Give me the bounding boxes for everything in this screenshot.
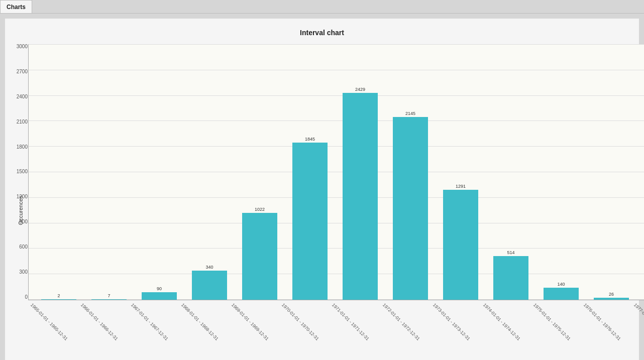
x-label-group: 1970-01-01 - 1970-12-31 xyxy=(284,300,335,340)
x-axis-label-text: 1968-01-01 - 1968-12-31 xyxy=(180,302,220,340)
bar-group: 1845 xyxy=(285,44,335,300)
y-tick: 300 xyxy=(19,270,28,275)
x-label-group: 1975-01-01 - 1975-12-31 xyxy=(536,300,586,340)
y-tick: 0 xyxy=(25,295,28,300)
x-label-group: 1972-01-01 - 1972-12-31 xyxy=(385,300,436,340)
bar-value-label: 140 xyxy=(557,282,565,287)
bar-value-label: 2145 xyxy=(405,111,415,116)
bar-group: 1022 xyxy=(235,44,285,300)
bar xyxy=(142,292,177,300)
x-label-group: 1977-01-01 - 1977-12-31 xyxy=(636,300,644,340)
x-axis-label-text: 1973-01-01 - 1973-12-31 xyxy=(432,302,471,340)
x-label-group: 1965-01-01 - 1965-12-31 xyxy=(33,300,83,340)
y-axis-ticks: 30002700240021001800150012009006003000 xyxy=(9,44,28,300)
x-axis-label-text: 1976-01-01 - 1976-12-31 xyxy=(583,302,622,340)
chart-plot: 30002700240021001800150012009006003000 2… xyxy=(28,44,644,300)
bar-group: 26 xyxy=(586,44,636,300)
x-label-group: 1969-01-01 - 1969-12-31 xyxy=(234,300,284,340)
bar xyxy=(594,298,629,300)
bar xyxy=(544,288,579,300)
bar-group: 1291 xyxy=(436,44,486,300)
bar-group: 340 xyxy=(184,44,235,300)
bar xyxy=(292,143,328,300)
bar-value-label: 340 xyxy=(205,265,213,270)
bar-group: 7 xyxy=(84,44,134,300)
y-tick: 2700 xyxy=(17,69,28,74)
x-axis-label-text: 1970-01-01 - 1970-12-31 xyxy=(281,302,320,340)
bar xyxy=(41,299,76,300)
y-tick: 2100 xyxy=(17,119,28,125)
bar xyxy=(393,117,428,300)
x-axis-label-text: 1969-01-01 - 1969-12-31 xyxy=(231,302,270,340)
bar-group: 5 xyxy=(636,44,644,300)
x-label-group: 1967-01-01 - 1967-12-31 xyxy=(134,300,184,340)
bar-value-label: 26 xyxy=(609,292,614,297)
chart-container: Interval chart Occurences 30002700240021… xyxy=(5,19,639,360)
bar-group: 2429 xyxy=(335,44,385,300)
x-label-group: 1971-01-01 - 1971-12-31 xyxy=(335,300,385,340)
bar-group: 2145 xyxy=(385,44,436,300)
chart-area: Occurences 30002700240021001800150012009… xyxy=(15,44,629,360)
bars-wrapper: 279034010221845242921451291514140265 xyxy=(29,44,644,300)
x-axis-label-text: 1974-01-01 - 1974-12-31 xyxy=(482,302,521,340)
x-label-group: 1968-01-01 - 1968-12-31 xyxy=(184,300,234,340)
bar-value-label: 514 xyxy=(507,250,514,255)
x-axis-label-text: 1965-01-01 - 1965-12-31 xyxy=(30,302,69,340)
x-axis-label-text: 1972-01-01 - 1972-12-31 xyxy=(381,302,420,340)
bar xyxy=(242,213,277,300)
bar xyxy=(493,256,528,300)
x-axis-label-text: 1967-01-01 - 1967-12-31 xyxy=(130,302,169,340)
bar-value-label: 1845 xyxy=(305,137,315,142)
y-tick: 900 xyxy=(19,219,28,224)
bar-value-label: 1022 xyxy=(255,207,265,212)
y-tick: 1800 xyxy=(17,145,28,150)
x-label-group: 1976-01-01 - 1976-12-31 xyxy=(586,300,636,340)
y-tick: 600 xyxy=(19,245,28,250)
bar-value-label: 1291 xyxy=(456,184,466,189)
bar-value-label: 7 xyxy=(108,293,110,298)
y-tick: 1500 xyxy=(17,169,28,174)
x-axis-label-text: 1966-01-01 - 1966-12-31 xyxy=(80,302,119,340)
x-label-group: 1974-01-01 - 1974-12-31 xyxy=(486,300,536,340)
bar-group: 514 xyxy=(486,44,536,300)
bar xyxy=(91,299,127,300)
bar-group: 140 xyxy=(536,44,586,300)
x-axis-label-text: 1971-01-01 - 1971-12-31 xyxy=(331,302,370,340)
y-tick: 2400 xyxy=(17,94,28,99)
tab-charts[interactable]: Charts xyxy=(0,0,32,13)
chart-inner: 30002700240021001800150012009006003000 2… xyxy=(28,44,644,360)
bar-value-label: 2 xyxy=(57,293,60,298)
x-axis-labels: 1965-01-01 - 1965-12-311966-01-01 - 1966… xyxy=(28,300,644,340)
tab-charts-label: Charts xyxy=(7,4,26,11)
x-label-group: 1966-01-01 - 1966-12-31 xyxy=(83,300,134,340)
bar-group: 90 xyxy=(134,44,184,300)
y-tick: 1200 xyxy=(17,194,28,199)
x-label-group: 1973-01-01 - 1973-12-31 xyxy=(436,300,486,340)
bar-group: 2 xyxy=(34,44,84,300)
y-tick: 3000 xyxy=(17,44,28,49)
bar xyxy=(443,190,478,300)
x-axis-label-text: 1975-01-01 - 1975-12-31 xyxy=(532,302,572,340)
bar xyxy=(192,271,227,300)
bar-value-label: 90 xyxy=(157,286,162,291)
bar-value-label: 2429 xyxy=(355,87,365,92)
chart-title: Interval chart xyxy=(15,29,629,37)
bar xyxy=(343,93,378,300)
